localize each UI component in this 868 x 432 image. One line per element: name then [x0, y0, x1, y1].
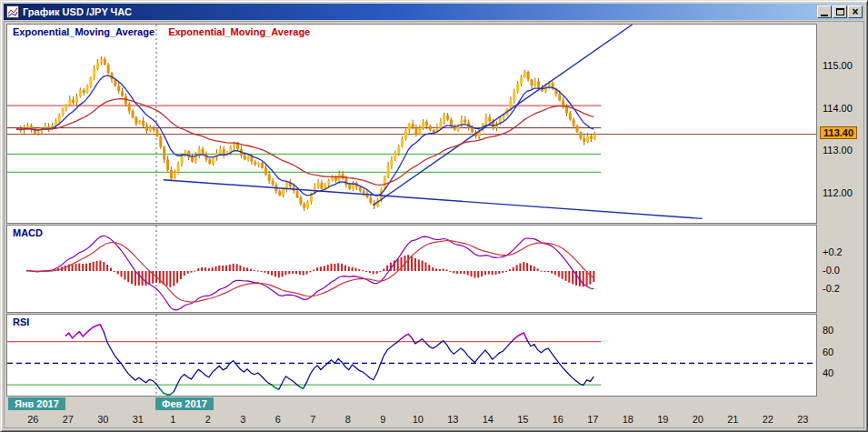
macd-canvas[interactable] [7, 226, 816, 312]
price-tick-label: 113.00 [823, 145, 853, 156]
macd-panel[interactable]: MACD [6, 225, 817, 313]
chart-client-area: Exponential_Moving_Average Exponential_M… [4, 21, 864, 428]
date-label: 13 [447, 414, 458, 425]
price-tick-label: 115.00 [823, 60, 853, 71]
rsi-label: RSI [13, 316, 29, 327]
date-label: 3 [240, 414, 245, 425]
month-label: Фев 2017 [155, 397, 214, 410]
ema-slow-label: Exponential_Moving_Average [168, 26, 310, 37]
close-icon: × [852, 7, 858, 16]
date-label: 21 [727, 414, 738, 425]
current-price-tag: 113.40 [820, 126, 857, 139]
window-icon [6, 5, 19, 18]
close-button[interactable]: × [848, 5, 863, 18]
minimize-icon [821, 15, 828, 16]
date-label: 1 [170, 414, 175, 425]
price-tick-label: 114.00 [823, 103, 853, 114]
date-label: 2 [205, 414, 211, 425]
indicator-labels: Exponential_Moving_Average Exponential_M… [13, 26, 310, 37]
rsi-tick-label: 80 [823, 325, 833, 336]
month-axis: Янв 2017Фев 2017 [6, 397, 817, 411]
date-label: 17 [587, 414, 598, 425]
titlebar[interactable]: График USD /JPY ЧАС × [4, 4, 864, 20]
macd-label: MACD [13, 227, 43, 238]
minimize-button[interactable] [817, 5, 832, 18]
macd-tick-label: -0.2 [823, 283, 840, 294]
price-tick-label: 112.00 [823, 187, 853, 198]
date-label: 31 [133, 414, 144, 425]
rsi-tick-label: 40 [823, 367, 833, 378]
price-axis: 115.00114.00113.00112.00113.40+0.2-0.0-0… [819, 22, 864, 429]
date-label: 22 [763, 414, 773, 425]
rsi-tick-label: 60 [823, 347, 833, 357]
price-chart-panel[interactable]: Exponential_Moving_Average Exponential_M… [6, 24, 817, 224]
date-label: 8 [345, 414, 351, 425]
month-label: Янв 2017 [8, 397, 65, 410]
date-label: 30 [97, 414, 108, 425]
window-title: График USD /JPY ЧАС [23, 6, 816, 17]
date-label: 20 [693, 414, 703, 425]
date-label: 15 [517, 414, 528, 425]
maximize-button[interactable] [833, 5, 847, 18]
ema-fast-label: Exponential_Moving_Average [13, 26, 155, 37]
date-label: 19 [657, 414, 668, 425]
rsi-panel[interactable]: RSI [6, 314, 817, 397]
date-label: 27 [63, 414, 74, 425]
date-label: 16 [553, 414, 564, 425]
date-label: 23 [797, 414, 808, 425]
date-label: 14 [483, 414, 494, 425]
chart-window: График USD /JPY ЧАС × Exponential_Moving… [0, 0, 868, 432]
macd-tick-label: +0.2 [823, 246, 843, 257]
date-label: 18 [623, 414, 634, 425]
date-label: 7 [310, 414, 315, 425]
date-axis: 262730311236789101314151617181920212223 [6, 411, 817, 428]
macd-tick-label: -0.0 [823, 265, 840, 276]
date-label: 26 [27, 414, 38, 425]
maximize-icon [836, 8, 844, 15]
date-label: 9 [380, 414, 385, 425]
date-label: 10 [413, 414, 424, 425]
rsi-canvas[interactable] [7, 315, 816, 396]
price-chart-canvas[interactable] [7, 25, 816, 223]
date-label: 6 [275, 414, 281, 425]
